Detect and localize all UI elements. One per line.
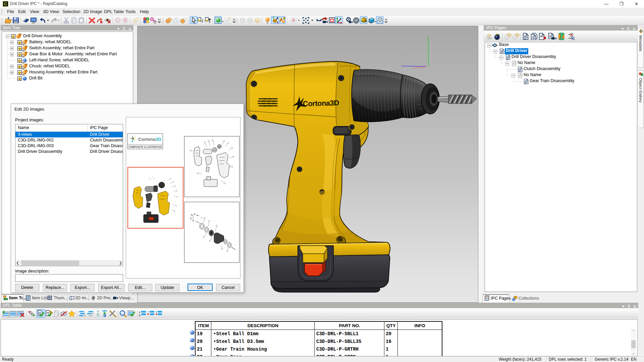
svg-text:1: 1: [139, 311, 141, 314]
svg-text:Cortona3D: Cortona3D: [303, 99, 339, 108]
svg-text:2: 2: [139, 314, 141, 317]
svg-text:C: C: [4, 1, 7, 6]
